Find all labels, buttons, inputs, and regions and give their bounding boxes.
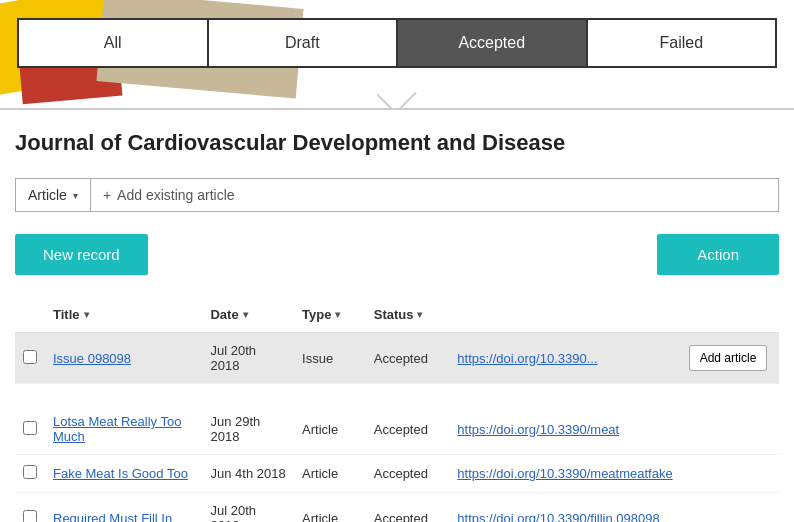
row-type-cell: Issue <box>294 333 366 384</box>
row-doi-link[interactable]: https://doi.org/10.3390/meat <box>457 422 619 437</box>
row-checkbox-cell <box>15 404 45 455</box>
table-row: Required Must Fill InJul 20th 2018Articl… <box>15 493 779 523</box>
row-date-cell: Jul 20th 2018 <box>202 493 294 523</box>
row-date-cell: Jun 4th 2018 <box>202 455 294 493</box>
tab-bar: All Draft Accepted Failed <box>17 18 777 68</box>
row-checkbox-cell <box>15 493 45 523</box>
table-row: Issue 098098Jul 20th 2018IssueAcceptedht… <box>15 333 779 384</box>
row-checkbox[interactable] <box>23 510 37 523</box>
article-type-select[interactable]: Article ▾ <box>15 178 91 212</box>
new-record-button[interactable]: New record <box>15 234 148 275</box>
add-article-button[interactable]: Add article <box>689 345 768 371</box>
header-title-label: Title <box>53 307 80 322</box>
header-area: All Draft Accepted Failed <box>0 0 794 110</box>
row-title-link[interactable]: Issue 098098 <box>53 351 131 366</box>
actions-row: New record Action <box>15 234 779 275</box>
row-action-cell <box>681 404 779 455</box>
row-doi-cell: https://doi.org/10.3390/meat <box>449 404 680 455</box>
tab-accepted[interactable]: Accepted <box>398 20 588 66</box>
header-status-label: Status <box>374 307 414 322</box>
row-checkbox-cell <box>15 455 45 493</box>
header-date-label: Date <box>210 307 238 322</box>
title-sort-icon: ▾ <box>84 309 89 320</box>
plus-icon: + <box>103 187 111 203</box>
header-type-label: Type <box>302 307 331 322</box>
tab-failed[interactable]: Failed <box>588 20 776 66</box>
row-title-link[interactable]: Fake Meat Is Good Too <box>53 466 188 481</box>
deco-chevron <box>377 88 417 108</box>
row-status-cell: Accepted <box>366 493 450 523</box>
header-type[interactable]: Type ▾ <box>294 297 366 333</box>
records-table: Title ▾ Date ▾ Type ▾ <box>15 297 779 522</box>
table-row: Fake Meat Is Good TooJun 4th 2018Article… <box>15 455 779 493</box>
row-action-cell: Add article <box>681 333 779 384</box>
row-checkbox[interactable] <box>23 421 37 435</box>
row-date-cell: Jul 20th 2018 <box>202 333 294 384</box>
header-date[interactable]: Date ▾ <box>202 297 294 333</box>
row-title-cell: Required Must Fill In <box>45 493 202 523</box>
tab-all[interactable]: All <box>19 20 209 66</box>
article-selector-row: Article ▾ + Add existing article <box>15 178 779 212</box>
row-title-link[interactable]: Required Must Fill In <box>53 511 172 523</box>
row-doi-cell: https://doi.org/10.3390... <box>449 333 680 384</box>
row-doi-cell: https://doi.org/10.3390/meatmeatfake <box>449 455 680 493</box>
row-checkbox[interactable] <box>23 465 37 479</box>
row-type-cell: Article <box>294 455 366 493</box>
article-type-label: Article <box>28 187 67 203</box>
row-title-cell: Issue 098098 <box>45 333 202 384</box>
row-status-cell: Accepted <box>366 404 450 455</box>
row-status-cell: Accepted <box>366 333 450 384</box>
header-title[interactable]: Title ▾ <box>45 297 202 333</box>
header-status[interactable]: Status ▾ <box>366 297 450 333</box>
table-header-row: Title ▾ Date ▾ Type ▾ <box>15 297 779 333</box>
row-action-cell <box>681 455 779 493</box>
header-action-col <box>681 297 779 333</box>
row-status-cell: Accepted <box>366 455 450 493</box>
header-checkbox-col <box>15 297 45 333</box>
chevron-down-icon: ▾ <box>73 190 78 201</box>
header-doi <box>449 297 680 333</box>
tab-draft[interactable]: Draft <box>209 20 399 66</box>
row-title-cell: Fake Meat Is Good Too <box>45 455 202 493</box>
table-row: Lotsa Meat Really Too MuchJun 29th 2018A… <box>15 404 779 455</box>
action-button[interactable]: Action <box>657 234 779 275</box>
type-sort-icon: ▾ <box>335 309 340 320</box>
row-doi-link[interactable]: https://doi.org/10.3390/fillin.098098 <box>457 511 659 523</box>
spacer-row <box>15 384 779 405</box>
row-doi-cell: https://doi.org/10.3390/fillin.098098 <box>449 493 680 523</box>
row-title-cell: Lotsa Meat Really Too Much <box>45 404 202 455</box>
status-sort-icon: ▾ <box>417 309 422 320</box>
row-doi-link[interactable]: https://doi.org/10.3390... <box>457 351 597 366</box>
row-action-cell <box>681 493 779 523</box>
add-existing-input[interactable]: + Add existing article <box>91 178 779 212</box>
page-title: Journal of Cardiovascular Development an… <box>15 130 779 156</box>
row-date-cell: Jun 29th 2018 <box>202 404 294 455</box>
main-content: Journal of Cardiovascular Development an… <box>0 110 794 522</box>
row-type-cell: Article <box>294 404 366 455</box>
row-type-cell: Article <box>294 493 366 523</box>
add-existing-label: Add existing article <box>117 187 235 203</box>
row-checkbox[interactable] <box>23 350 37 364</box>
row-title-link[interactable]: Lotsa Meat Really Too Much <box>53 414 181 444</box>
row-doi-link[interactable]: https://doi.org/10.3390/meatmeatfake <box>457 466 672 481</box>
date-sort-icon: ▾ <box>243 309 248 320</box>
row-checkbox-cell <box>15 333 45 384</box>
